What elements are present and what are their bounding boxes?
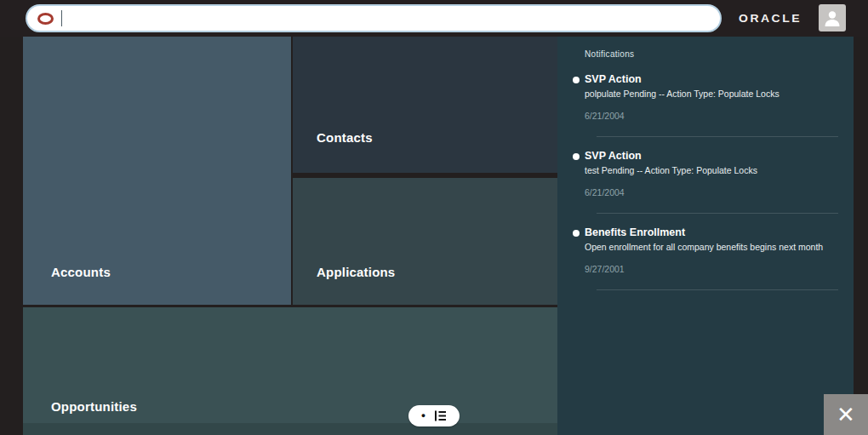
top-bar: ORACLE bbox=[0, 0, 868, 37]
notification-date: 6/21/2004 bbox=[585, 187, 838, 197]
tile-contacts-label: Contacts bbox=[317, 130, 373, 145]
notification-description: test Pending -- Action Type: Populate Lo… bbox=[585, 165, 838, 175]
global-search-bar[interactable] bbox=[26, 4, 722, 32]
tile-accounts-label: Accounts bbox=[51, 265, 111, 279]
tile-opportunities[interactable]: Opportunities bbox=[23, 307, 557, 435]
left-edge-strip bbox=[0, 37, 23, 435]
divider bbox=[597, 289, 838, 290]
right-edge-strip bbox=[854, 37, 868, 435]
notification-description: polpulate Pending -- Action Type: Popula… bbox=[585, 89, 838, 99]
person-icon bbox=[822, 8, 842, 28]
app-screen: ORACLE Accounts Contacts Applications Op… bbox=[0, 0, 868, 435]
bottom-shade bbox=[23, 423, 557, 435]
page-indicator-dot-icon[interactable]: ● bbox=[421, 412, 425, 420]
user-avatar-button[interactable] bbox=[819, 4, 846, 31]
unread-dot-icon bbox=[573, 230, 580, 237]
notification-item[interactable]: SVP Action test Pending -- Action Type: … bbox=[573, 137, 838, 214]
notification-description: Open enrollment for all company benefits… bbox=[585, 242, 838, 252]
close-button[interactable]: ✕ bbox=[824, 394, 868, 435]
list-view-icon[interactable] bbox=[434, 409, 447, 422]
close-icon: ✕ bbox=[837, 404, 855, 426]
tile-applications-label: Applications bbox=[317, 265, 395, 279]
notification-title: SVP Action bbox=[585, 150, 838, 162]
notification-title: SVP Action bbox=[585, 73, 838, 85]
oracle-wordmark: ORACLE bbox=[739, 12, 802, 25]
notification-item[interactable]: SVP Action polpulate Pending -- Action T… bbox=[573, 60, 838, 137]
notification-item[interactable]: Benefits Enrollment Open enrollment for … bbox=[573, 214, 838, 290]
tile-accounts[interactable]: Accounts bbox=[23, 37, 291, 305]
unread-dot-icon bbox=[573, 153, 580, 160]
view-toggle-pill[interactable]: ● bbox=[408, 405, 460, 426]
oracle-o-icon bbox=[37, 13, 54, 25]
notification-date: 6/21/2004 bbox=[585, 111, 838, 121]
search-input[interactable] bbox=[62, 6, 720, 31]
unread-dot-icon bbox=[573, 77, 580, 83]
tile-opportunities-label: Opportunities bbox=[51, 399, 137, 414]
tile-applications[interactable]: Applications bbox=[293, 178, 557, 305]
notifications-header: Notifications bbox=[557, 37, 854, 59]
notification-title: Benefits Enrollment bbox=[585, 226, 838, 238]
notification-date: 9/27/2001 bbox=[585, 264, 838, 274]
notifications-panel: Notifications SVP Action polpulate Pendi… bbox=[557, 37, 854, 435]
notifications-list: SVP Action polpulate Pending -- Action T… bbox=[557, 59, 854, 290]
tile-contacts[interactable]: Contacts bbox=[293, 37, 557, 173]
